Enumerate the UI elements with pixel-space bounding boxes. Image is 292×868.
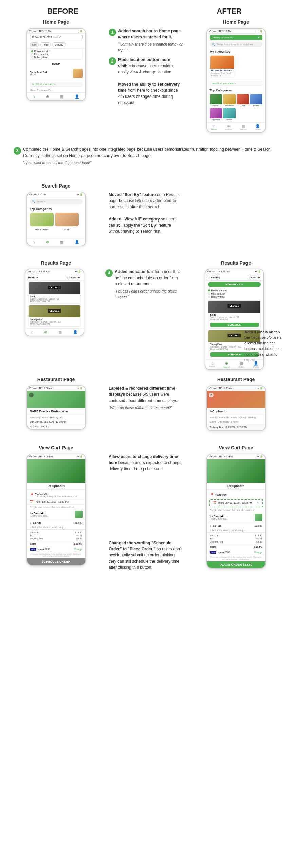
- annotation-3-row: 3 Combined the Home & Search pages into …: [0, 146, 292, 173]
- after-shido-schedule-btn[interactable]: SCHEDULE: [210, 323, 259, 327]
- annotations-1-2: 1 Added search bar to Home page where us…: [105, 28, 187, 110]
- before-popular-item-name: La Santorini: [30, 512, 49, 515]
- before-location-info: Tradecraft 180 Montgomery St, San Franci…: [35, 493, 77, 498]
- shido-name: Shido: [30, 295, 79, 298]
- after-cta-btn[interactable]: PLACE ORDER $13.80: [207, 561, 265, 568]
- before-change-payment[interactable]: Change: [74, 548, 83, 550]
- before-tax-row: Tax $1.21: [30, 534, 83, 537]
- search-tab-profile[interactable]: 👤: [75, 240, 79, 244]
- youngfava-time: OPENS AT 6:00 PM: [30, 323, 79, 325]
- after-delivery-time-text: Thurs, Jun 22, 12:00 - 12:30 PM: [218, 502, 252, 504]
- after-tab-search[interactable]: ⊕ Search: [225, 124, 232, 131]
- after-recommended[interactable]: Recommended: [208, 289, 261, 292]
- cat-label-6: Italian: [223, 118, 236, 121]
- cat-view-all[interactable]: View All: [210, 94, 222, 107]
- col-headers: BEFORE AFTER: [0, 7, 292, 16]
- search-icon: ⊕: [46, 94, 49, 99]
- before-promo-text[interactable]: Get $5 off your order >: [32, 83, 56, 85]
- tab-search[interactable]: ⊕: [46, 94, 49, 99]
- after-tab-bar: ⌂ Home ⊕ Search ▦ Orders 👤: [207, 122, 265, 132]
- before-search-input[interactable]: 🔍 Search: [30, 199, 83, 204]
- after-popular-item-meta: Healthy slow abu...: [210, 518, 229, 520]
- search-tab-orders[interactable]: ▦: [60, 240, 63, 244]
- cat-gluten-free[interactable]: [30, 213, 54, 226]
- after-results-tab-home[interactable]: ⌂ Home: [209, 361, 215, 368]
- results-tab-orders[interactable]: ▦: [58, 330, 62, 334]
- cat-label-4: Dinner: [250, 104, 262, 107]
- after-restaurant-hero: ✕: [207, 391, 265, 408]
- after-most-popular[interactable]: Most popular: [208, 293, 261, 295]
- after-results-tab-orders[interactable]: ▦ Orders: [238, 361, 244, 368]
- after-cart-label: View Cart Page: [219, 445, 253, 450]
- sort-btn[interactable]: Sort: [30, 42, 39, 47]
- after-cta-price: $13.80: [243, 563, 252, 566]
- after-search-bar[interactable]: 🔍 Search restaurants or cuisines: [210, 42, 262, 47]
- after-tab-orders[interactable]: ▦ Orders: [240, 124, 246, 131]
- after-tab-profile[interactable]: 👤 Profile: [255, 124, 261, 131]
- annotation-1: 1 Added search bar to Home page where us…: [109, 28, 183, 53]
- cat-japanese[interactable]: Japanese: [210, 108, 222, 121]
- cat-lunch[interactable]: Lunch: [237, 94, 249, 107]
- after-profile-tab-label: Profile: [255, 129, 261, 131]
- after-delivery-time[interactable]: Delivery time: [208, 296, 261, 298]
- back-button[interactable]: ←: [29, 393, 34, 397]
- search-tab-search[interactable]: ⊕: [46, 240, 49, 244]
- cat-breakfast[interactable]: Breakfast: [223, 94, 236, 107]
- tab-orders[interactable]: ▦: [60, 94, 63, 99]
- top-cat-title: Top Categories: [207, 87, 265, 93]
- before-cart-phone: Verizon LTE 12:00 PM ▪▪▪ 🔋 leCupboard 📍 …: [26, 454, 86, 566]
- added-labels-annotation: Added labels on tab bar because 5/5 user…: [244, 329, 285, 363]
- done-button[interactable]: DONE: [27, 61, 85, 67]
- delivery-time-option[interactable]: Delivery time: [31, 56, 81, 58]
- recommended-option[interactable]: Recommended: [31, 50, 81, 52]
- before-restaurant-youngfava[interactable]: CLOSED Young Fava American · Bowls · Hea…: [28, 305, 81, 327]
- fav-card-1[interactable]: McDonald's (Fillmore) American · Fast Fo…: [210, 55, 234, 78]
- restaurant-middle-annotation: Labeled & reordered different time displ…: [105, 385, 187, 411]
- after-cart-location: 📍 Tradecraft: [207, 492, 265, 498]
- before-cat-labels: Gluten-Free Sushi: [27, 228, 85, 231]
- search-tab-home[interactable]: ⌂: [33, 240, 35, 244]
- cat-dinner[interactable]: Dinner: [250, 94, 262, 107]
- results-tab-home[interactable]: ⌂: [31, 330, 33, 334]
- cat-img-4: [250, 94, 262, 104]
- after-results-tab-search[interactable]: ⊕ Search: [223, 361, 230, 368]
- sorted-by-bar[interactable]: SORTED BY ▼: [208, 282, 261, 287]
- before-restaurant-shido[interactable]: CLOSED Shido Sushi · Japanese · Lunch · …: [28, 282, 81, 304]
- most-popular-option[interactable]: Most popular: [31, 53, 81, 55]
- results-tab-profile[interactable]: 👤: [73, 330, 78, 334]
- after-results-header-text: = Healthy: [208, 276, 220, 279]
- search-placeholder: Search restaurants or cuisines: [217, 43, 253, 46]
- before-home-label: Home Page: [43, 19, 69, 25]
- before-status-text: Verizon LTE 9:18 AM: [29, 30, 51, 32]
- price-btn[interactable]: Price: [40, 42, 51, 47]
- before-cart-location: 📍 Tradecraft 180 Montgomery St, San Fran…: [27, 492, 85, 499]
- cat-sushi[interactable]: [55, 213, 79, 226]
- results-page-labels: Results Page Results Page: [0, 260, 292, 266]
- before-cta-btn[interactable]: SCHEDULE ORDER: [27, 558, 85, 565]
- after-promo-text[interactable]: Get $5 off your order >: [212, 82, 236, 85]
- cat-img-6: [223, 108, 236, 118]
- after-tab-home[interactable]: ⌂ Home: [211, 124, 217, 131]
- cat-img-1: [210, 94, 222, 104]
- ann2-text: Made location button more visible becaus…: [118, 57, 183, 106]
- after-back-button[interactable]: ✕: [209, 393, 214, 397]
- tab-profile[interactable]: 👤: [75, 94, 79, 99]
- after-results-orders-icon: ▦: [240, 361, 243, 366]
- delivery-btn[interactable]: Delivery: [52, 42, 66, 47]
- before-location-field[interactable]: 12:00 - 12:30 PM Tradecraft: [30, 35, 83, 39]
- after-cart-status: Verizon LTE 12:00 PM ▪▪▪ 🔋: [207, 454, 265, 459]
- recommended-radio: [31, 50, 33, 52]
- before-search-status: Verizon 7:10 AM ▪▪▪ 🔋: [27, 192, 85, 197]
- before-search-col: Verizon 7:10 AM ▪▪▪ 🔋 🔍 Search Top Categ…: [7, 192, 105, 246]
- after-change-payment[interactable]: Change: [254, 551, 262, 553]
- results-tab-search[interactable]: ⊕: [44, 330, 47, 334]
- shido-closed-badge: CLOSED: [48, 286, 61, 289]
- num-2: 2: [109, 57, 116, 65]
- after-location-btn[interactable]: Delivery to Mima St. ▼: [210, 35, 262, 40]
- after-delivery-time-editable[interactable]: 📅 Thurs, Jun 22, 12:00 - 12:30 PM ✎: [209, 499, 263, 507]
- tab-home[interactable]: ⌂: [33, 94, 35, 99]
- cart-middle-annotations: Allow users to change delivery time here…: [105, 454, 187, 570]
- cat-italian[interactable]: Italian: [223, 108, 236, 121]
- before-location-address: 180 Montgomery St, San Francisco, CA: [35, 495, 77, 498]
- after-restaurant-shido[interactable]: CLOSED Shido Sushi · Japanese · Lunch · …: [208, 300, 261, 329]
